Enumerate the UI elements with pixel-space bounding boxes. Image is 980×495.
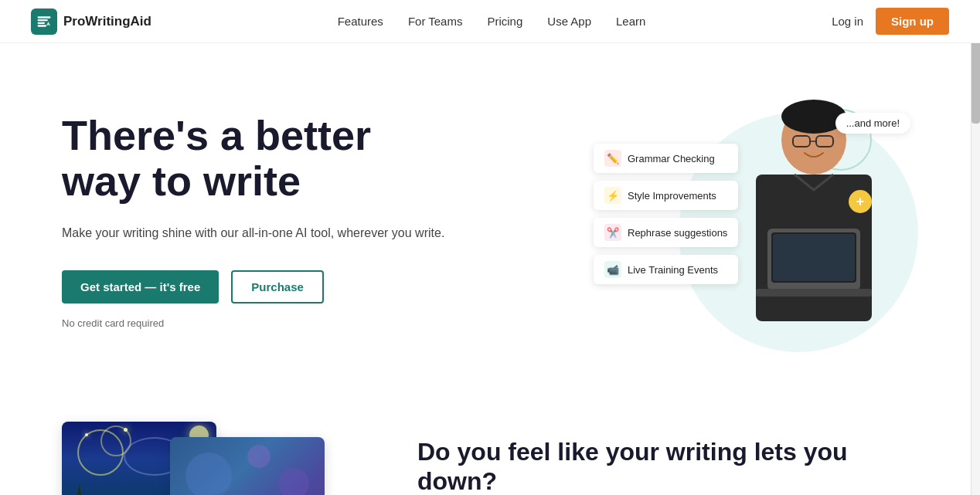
feature-pill-rephrase: ✂️ Rephrase suggestions <box>594 218 738 247</box>
plus-badge: + <box>849 190 872 213</box>
second-section: My idea in my head Do you feel like your… <box>0 391 980 495</box>
get-started-button[interactable]: Get started — it's free <box>62 270 219 303</box>
hero-title: There's a better way to write <box>62 113 444 205</box>
feature-pill-training: 📹 Live Training Events <box>594 255 738 284</box>
hero-illustration: ...and more! + ✏️ Grammar Checking ⚡ Sty… <box>594 97 918 344</box>
logo-text: ProWritingAid <box>63 14 151 29</box>
feature-pills: ✏️ Grammar Checking ⚡ Style Improvements… <box>594 144 738 284</box>
navbar: ProWritingAid Features For Teams Pricing… <box>0 0 980 43</box>
svg-rect-8 <box>773 234 855 281</box>
second-title: Do you feel like your writing lets you d… <box>417 437 918 495</box>
login-link[interactable]: Log in <box>832 15 863 28</box>
signup-button[interactable]: Sign up <box>876 8 949 35</box>
logo-link[interactable]: ProWritingAid <box>31 8 151 35</box>
hero-section: There's a better way to write Make your … <box>0 43 980 391</box>
more-bubble: ...and more! <box>835 113 910 134</box>
rephrase-label: Rephrase suggestions <box>628 227 727 239</box>
training-icon: 📹 <box>604 261 621 278</box>
no-credit-text: No credit card required <box>62 317 444 329</box>
second-right: Do you feel like your writing lets you d… <box>417 422 918 495</box>
nav-for-teams[interactable]: For Teams <box>408 15 463 28</box>
svg-rect-9 <box>756 289 872 297</box>
style-icon: ⚡ <box>604 187 621 204</box>
hero-buttons: Get started — it's free Purchase <box>62 270 444 303</box>
nav-pricing[interactable]: Pricing <box>487 15 522 28</box>
feature-pill-style: ⚡ Style Improvements <box>594 181 738 210</box>
style-label: Style Improvements <box>628 190 716 202</box>
purchase-button[interactable]: Purchase <box>231 270 324 303</box>
nav-learn[interactable]: Learn <box>616 15 645 28</box>
painting-card-2 <box>170 437 325 495</box>
nav-links: Features For Teams Pricing Use App Learn <box>338 15 646 28</box>
page-scrollbar[interactable] <box>971 0 980 495</box>
nav-use-app[interactable]: Use App <box>547 15 591 28</box>
feature-pill-grammar: ✏️ Grammar Checking <box>594 144 738 173</box>
nav-features[interactable]: Features <box>338 15 383 28</box>
logo-svg <box>36 13 53 30</box>
training-label: Live Training Events <box>628 264 718 276</box>
hero-subtitle: Make your writing shine with our all-in-… <box>62 223 444 243</box>
grammar-icon: ✏️ <box>604 150 621 167</box>
blue-card <box>170 437 325 495</box>
grammar-label: Grammar Checking <box>628 153 715 164</box>
nav-actions: Log in Sign up <box>832 8 949 35</box>
painting-illustration: My idea in my head <box>62 422 356 495</box>
logo-icon <box>31 8 57 35</box>
rephrase-icon: ✂️ <box>604 224 621 241</box>
hero-left: There's a better way to write Make your … <box>62 113 444 329</box>
